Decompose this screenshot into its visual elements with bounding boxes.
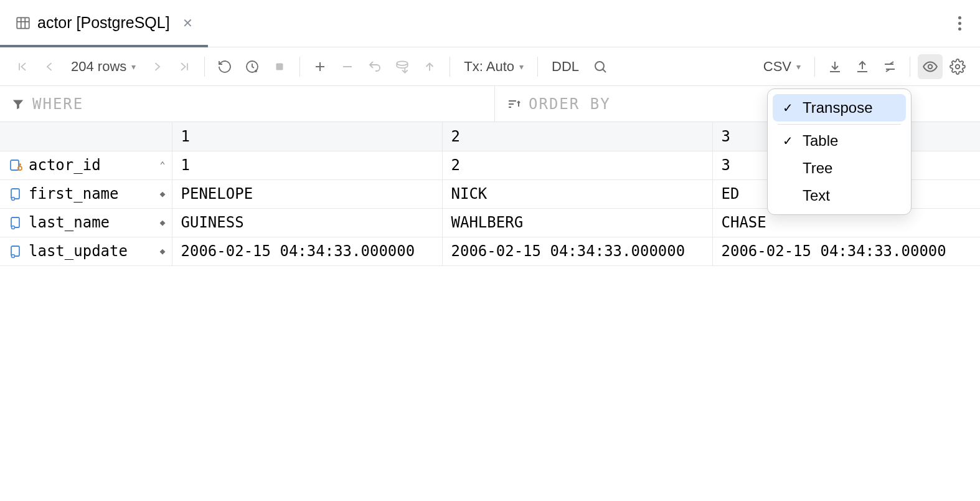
reload-button[interactable] bbox=[212, 54, 237, 79]
tab-title: actor [PostgreSQL] bbox=[37, 14, 170, 32]
view-mode-button[interactable] bbox=[918, 54, 943, 79]
menu-item-transpose[interactable]: ✓ Transpose bbox=[773, 94, 906, 122]
sort-both-icon[interactable]: ◆ bbox=[159, 188, 165, 199]
column-icon bbox=[9, 244, 24, 259]
separator bbox=[450, 57, 450, 77]
svg-rect-29 bbox=[11, 160, 19, 170]
next-page-button[interactable] bbox=[144, 54, 169, 79]
where-label: WHERE bbox=[32, 95, 83, 113]
data-cell[interactable]: 2006-02-15 04:34:33.00000 bbox=[712, 237, 980, 265]
close-icon[interactable]: ✕ bbox=[182, 16, 193, 31]
svg-point-12 bbox=[397, 61, 408, 65]
export-format-label: CSV bbox=[763, 59, 791, 75]
settings-button[interactable] bbox=[945, 54, 970, 79]
column-icon bbox=[9, 186, 24, 201]
svg-point-34 bbox=[12, 198, 15, 201]
remove-row-button[interactable] bbox=[335, 54, 360, 79]
menu-separator bbox=[778, 124, 901, 125]
toolbar: 204 rows ▾ Tx: Auto ▾ DDL bbox=[0, 47, 980, 86]
row-header[interactable]: last_update ◆ bbox=[0, 237, 172, 265]
menu-item-text[interactable]: Text bbox=[773, 182, 906, 209]
row-count-selector[interactable]: 204 rows ▾ bbox=[65, 59, 142, 75]
schedule-button[interactable] bbox=[240, 54, 265, 79]
column-header[interactable]: 2 bbox=[442, 122, 712, 151]
tx-mode-selector[interactable]: Tx: Auto ▾ bbox=[458, 59, 530, 75]
data-cell[interactable]: WAHLBERG bbox=[442, 208, 712, 237]
column-icon bbox=[9, 215, 24, 230]
revert-button[interactable] bbox=[362, 54, 387, 79]
svg-rect-0 bbox=[17, 17, 29, 28]
sort-icon bbox=[506, 97, 521, 112]
data-cell[interactable]: 2006-02-15 04:34:33.000000 bbox=[172, 237, 442, 265]
corner-cell bbox=[0, 122, 172, 151]
svg-point-15 bbox=[595, 62, 604, 70]
svg-point-23 bbox=[928, 64, 933, 69]
separator bbox=[814, 57, 815, 77]
row-header[interactable]: last_name ◆ bbox=[0, 208, 172, 237]
preview-changes-button[interactable] bbox=[390, 54, 415, 79]
data-cell[interactable]: GUINESS bbox=[172, 208, 442, 237]
check-icon: ✓ bbox=[780, 133, 795, 148]
separator bbox=[299, 57, 300, 77]
menu-item-label: Text bbox=[803, 187, 830, 204]
tab-bar: actor [PostgreSQL] ✕ bbox=[0, 0, 980, 47]
where-filter[interactable]: WHERE bbox=[0, 86, 495, 122]
svg-point-30 bbox=[18, 166, 22, 170]
filter-icon bbox=[11, 97, 25, 111]
compare-button[interactable] bbox=[877, 54, 902, 79]
data-cell[interactable]: 2006-02-15 04:34:33.000000 bbox=[442, 237, 712, 265]
search-button[interactable] bbox=[588, 54, 613, 79]
upload-button[interactable] bbox=[850, 54, 875, 79]
download-button[interactable] bbox=[822, 54, 847, 79]
export-format-selector[interactable]: CSV ▾ bbox=[757, 59, 807, 75]
ddl-label: DDL bbox=[552, 59, 579, 75]
first-page-button[interactable] bbox=[10, 54, 35, 79]
order-label: ORDER BY bbox=[529, 95, 611, 113]
menu-item-tree[interactable]: Tree bbox=[773, 155, 906, 182]
chevron-down-icon: ▾ bbox=[796, 62, 801, 72]
sort-both-icon[interactable]: ◆ bbox=[159, 246, 165, 257]
data-cell[interactable]: 1 bbox=[172, 151, 442, 179]
data-cell[interactable]: 2 bbox=[442, 151, 712, 179]
view-mode-menu: ✓ Transpose ✓ Table Tree Text bbox=[767, 88, 912, 215]
stop-button[interactable] bbox=[267, 54, 292, 79]
row-count-label: 204 rows bbox=[71, 59, 126, 75]
add-row-button[interactable] bbox=[308, 54, 332, 79]
table-icon bbox=[15, 15, 31, 31]
data-cell[interactable]: NICK bbox=[442, 179, 712, 208]
tx-label: Tx: Auto bbox=[464, 59, 514, 75]
menu-item-label: Table bbox=[803, 132, 838, 150]
chevron-down-icon: ▾ bbox=[131, 62, 136, 72]
data-cell[interactable]: PENELOPE bbox=[172, 179, 442, 208]
sort-both-icon[interactable]: ◆ bbox=[159, 217, 165, 228]
check-icon: ✓ bbox=[780, 100, 795, 115]
chevron-down-icon: ▾ bbox=[519, 62, 524, 72]
svg-point-24 bbox=[956, 64, 960, 69]
row-header[interactable]: actor_id ⌃ bbox=[0, 151, 172, 179]
separator bbox=[910, 57, 910, 77]
more-icon[interactable] bbox=[958, 16, 961, 31]
column-header[interactable]: 1 bbox=[172, 122, 442, 151]
row-name: first_name bbox=[29, 185, 119, 203]
submit-button[interactable] bbox=[417, 54, 442, 79]
separator bbox=[204, 57, 205, 77]
editor-tab[interactable]: actor [PostgreSQL] ✕ bbox=[0, 1, 208, 47]
primary-key-icon bbox=[9, 158, 24, 173]
table-row: last_update ◆ 2006-02-15 04:34:33.000000… bbox=[0, 237, 980, 265]
svg-point-36 bbox=[12, 226, 15, 229]
menu-item-table[interactable]: ✓ Table bbox=[773, 127, 906, 155]
row-name: actor_id bbox=[29, 156, 101, 174]
row-name: last_name bbox=[29, 214, 110, 231]
separator bbox=[537, 57, 538, 77]
row-name: last_update bbox=[29, 242, 128, 260]
row-header[interactable]: first_name ◆ bbox=[0, 179, 172, 208]
prev-page-button[interactable] bbox=[37, 54, 62, 79]
menu-item-label: Tree bbox=[803, 160, 832, 177]
last-page-button[interactable] bbox=[172, 54, 197, 79]
svg-point-7 bbox=[255, 70, 257, 72]
svg-line-16 bbox=[603, 69, 606, 72]
sort-up-icon[interactable]: ⌃ bbox=[159, 160, 165, 171]
ddl-button[interactable]: DDL bbox=[545, 59, 585, 75]
menu-item-label: Transpose bbox=[803, 99, 873, 117]
svg-point-38 bbox=[12, 255, 15, 258]
